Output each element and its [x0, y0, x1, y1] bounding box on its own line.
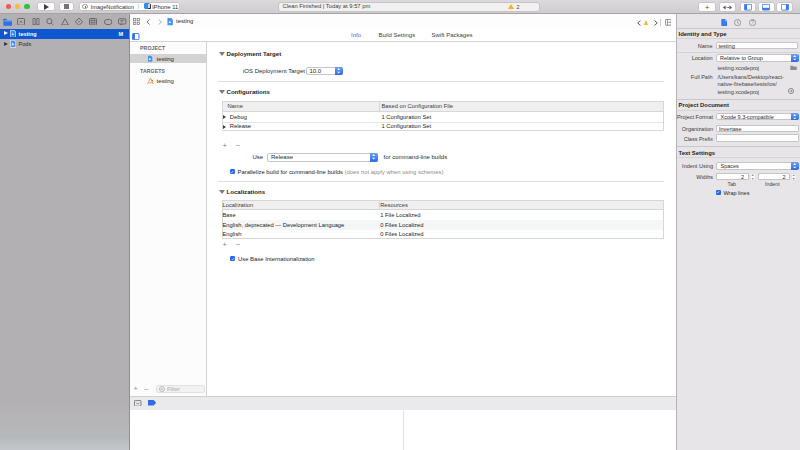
svg-text:?: ?: [751, 19, 754, 25]
